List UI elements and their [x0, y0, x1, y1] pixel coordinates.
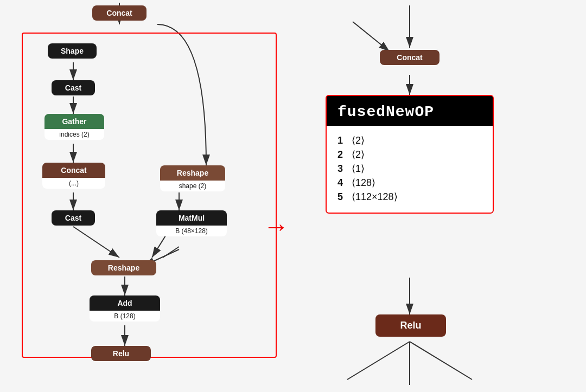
concat-right-label: Concat [397, 53, 422, 62]
gather-sub: indices (2) [59, 131, 89, 138]
svg-line-15 [353, 22, 390, 52]
shape-node: Shape [48, 43, 97, 59]
concat2-label: Concat [61, 166, 86, 175]
left-panel: Concat Shape Cast Gather indices (2) Con… [0, 0, 293, 392]
reshape1-sub: shape (2) [179, 182, 207, 190]
gather-label: Gather [62, 117, 86, 126]
shape-label: Shape [61, 47, 84, 55]
cast2-label: Cast [65, 214, 81, 222]
fused-item-num: 2 [337, 149, 348, 160]
cast2-node: Cast [52, 210, 95, 226]
add-sub: B (128) [114, 312, 135, 320]
main-container: Concat Shape Cast Gather indices (2) Con… [0, 0, 586, 392]
fused-item-val: ⟨1⟩ [352, 163, 365, 175]
fused-item-num: 1 [337, 135, 348, 146]
svg-line-21 [410, 342, 472, 380]
add-node: Add B (128) [90, 295, 160, 322]
reshape2-label: Reshape [108, 264, 139, 272]
fused-item: 2⟨2⟩ [337, 149, 482, 160]
fused-item-val: ⟨128⟩ [352, 177, 375, 189]
top-concat-node: Concat [92, 5, 146, 21]
fused-item: 5⟨112×128⟩ [337, 191, 482, 203]
concat2-sub: (...) [69, 179, 79, 187]
fused-item-val: ⟨2⟩ [352, 134, 365, 146]
concat2-node: Concat (...) [42, 163, 105, 189]
fused-box: fusedNewOP 1⟨2⟩2⟨2⟩3⟨1⟩4⟨128⟩5⟨112×128⟩ [326, 95, 494, 214]
cast1-label: Cast [65, 83, 81, 92]
right-panel: Concat fusedNewOP 1⟨2⟩2⟨2⟩3⟨1⟩4⟨128⟩5⟨11… [293, 0, 586, 392]
svg-line-19 [347, 342, 410, 380]
fused-item-num: 3 [337, 163, 348, 175]
fused-item-val: ⟨2⟩ [352, 149, 365, 160]
reshape1-label: Reshape [177, 169, 208, 177]
fused-item: 1⟨2⟩ [337, 134, 482, 146]
red-arrow: → [263, 211, 289, 241]
gather-node: Gather indices (2) [44, 114, 104, 140]
reshape2-node: Reshape [91, 260, 156, 275]
top-concat-label: Concat [106, 9, 132, 17]
relu-right-label: Relu [400, 320, 421, 331]
fused-items: 1⟨2⟩2⟨2⟩3⟨1⟩4⟨128⟩5⟨112×128⟩ [327, 126, 493, 213]
relu-left-node: Relu [91, 346, 151, 361]
matmul-node: MatMul B (48×128) [156, 210, 227, 236]
cast1-node: Cast [52, 80, 95, 95]
fused-item-num: 5 [337, 191, 348, 203]
relu-right-node: Relu [375, 314, 446, 337]
relu-left-label: Relu [113, 349, 129, 358]
matmul-sub: B (48×128) [175, 227, 208, 235]
concat-right-node: Concat [380, 50, 440, 65]
fused-item: 4⟨128⟩ [337, 177, 482, 189]
fused-item-val: ⟨112×128⟩ [352, 191, 398, 203]
fused-title: fusedNewOP [327, 96, 493, 126]
fused-item: 3⟨1⟩ [337, 163, 482, 175]
reshape1-node: Reshape shape (2) [160, 165, 225, 191]
fused-item-num: 4 [337, 177, 348, 189]
add-label: Add [117, 299, 132, 307]
matmul-label: MatMul [179, 214, 205, 222]
